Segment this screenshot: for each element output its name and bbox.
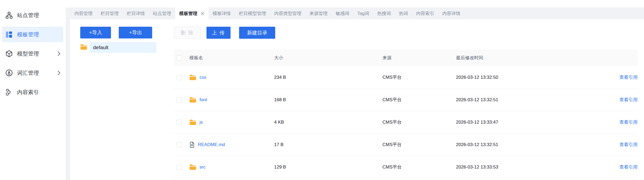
sitemap-icon xyxy=(5,12,13,19)
sidebar: 站点管理 模板管理 模型管理 xyxy=(0,0,66,180)
row-checkbox[interactable] xyxy=(177,142,182,147)
sidebar-item-site-management[interactable]: 站点管理 xyxy=(2,7,63,23)
tab-label: 内容详情 xyxy=(442,10,460,17)
table-header-row: 模板名 大小 来源 最后修改时间 xyxy=(174,49,638,66)
file-name-link[interactable]: README.md xyxy=(198,142,225,147)
template-file-panel: 删 除 上 传 新建目录 模板名 大小 来源 最后修改时间 xyxy=(174,19,644,180)
tree-item-default[interactable]: default xyxy=(80,42,174,53)
folder-icon xyxy=(189,75,196,80)
content-index-icon xyxy=(5,89,13,96)
tab[interactable]: 内容索引 xyxy=(412,7,438,19)
tab-label: 内容索引 xyxy=(416,10,434,17)
table-row: js 4 KB CMS平台 2026-03-12 13:33:47 查看引用 xyxy=(174,111,638,134)
file-modified: 2026-03-12 13:32:50 xyxy=(456,75,584,80)
new-directory-button[interactable]: 新建目录 xyxy=(239,27,275,39)
column-header-name: 模板名 xyxy=(189,55,274,61)
folder-icon xyxy=(189,119,196,125)
cms-admin-window: 站点管理 模板管理 模型管理 xyxy=(0,0,644,180)
sidebar-item-label: 站点管理 xyxy=(17,12,60,19)
tab[interactable]: 栏目模型管理 xyxy=(235,7,270,19)
select-all-checkbox[interactable] xyxy=(177,55,182,61)
chevron-right-icon xyxy=(57,51,60,56)
file-toolbar: 删 除 上 传 新建目录 xyxy=(174,27,638,39)
folder-icon xyxy=(189,164,196,170)
tab[interactable]: 内容管理 xyxy=(70,7,97,19)
view-references-link[interactable]: 查看引用 xyxy=(619,97,638,102)
tab[interactable]: 热词 xyxy=(395,7,412,19)
tab-label: 模板管理 xyxy=(179,10,197,17)
tab[interactable]: 站点管理 xyxy=(149,7,175,19)
row-checkbox[interactable] xyxy=(177,97,182,103)
column-header-size: 大小 xyxy=(274,55,382,61)
sidebar-item-vocabulary-management[interactable]: 词汇管理 xyxy=(2,65,63,81)
column-header-modified: 最后修改时间 xyxy=(456,55,584,61)
tab[interactable]: 内容类型管理 xyxy=(270,7,305,19)
row-checkbox[interactable] xyxy=(177,165,182,170)
tab[interactable]: 栏目管理 xyxy=(97,7,123,19)
tab[interactable]: 内容详情 xyxy=(438,7,464,19)
tab-label: Tag词 xyxy=(357,10,369,17)
table-row: README.md 17 B CMS平台 2026-03-12 13:32:51… xyxy=(174,134,638,156)
view-references-link[interactable]: 查看引用 xyxy=(619,165,638,170)
tab[interactable]: 来源管理 xyxy=(305,7,332,19)
upload-button[interactable]: 上 传 xyxy=(206,27,231,39)
sidebar-item-model-management[interactable]: 模型管理 xyxy=(2,46,63,61)
sidebar-item-label: 模板管理 xyxy=(17,31,60,38)
file-modified: 2026-03-12 13:32:51 xyxy=(456,142,584,147)
view-references-link[interactable]: 查看引用 xyxy=(619,75,638,80)
import-button[interactable]: +导入 xyxy=(80,27,111,38)
tab[interactable]: 敏感词 xyxy=(332,7,353,19)
template-file-table: 模板名 大小 来源 最后修改时间 css 234 B CMS平台 2026-03… xyxy=(174,49,638,178)
table-row: src 129 B CMS平台 2026-03-12 13:33:53 查看引用 xyxy=(174,156,638,178)
tab-label: 模板详情 xyxy=(213,10,231,17)
export-button[interactable]: +导出 xyxy=(119,27,152,38)
row-checkbox[interactable] xyxy=(177,120,182,125)
tab-label: 敏感词 xyxy=(336,10,349,17)
sidebar-item-content-index[interactable]: 内容索引 xyxy=(2,84,63,100)
tab-label: 来源管理 xyxy=(309,10,328,17)
file-size: 4 KB xyxy=(274,120,382,125)
tab-bar: 内容管理 栏目管理 栏目详情 站点管理 模板管理 模板详情 栏目模型管理 内 xyxy=(66,7,644,19)
view-references-link[interactable]: 查看引用 xyxy=(619,142,638,147)
tree-item-label: default xyxy=(90,42,156,53)
file-modified: 2026-03-12 13:33:53 xyxy=(456,165,584,170)
tab-label: 栏目管理 xyxy=(101,10,119,17)
tab[interactable]: Tag词 xyxy=(353,7,373,19)
delete-button[interactable]: 删 除 xyxy=(174,27,201,39)
tab-label: 栏目模型管理 xyxy=(239,10,266,17)
template-tree-panel: +导入 +导出 default xyxy=(70,19,174,180)
file-source: CMS平台 xyxy=(382,74,456,80)
tab-label: 内容管理 xyxy=(74,10,93,17)
tab[interactable]: 模板管理 xyxy=(175,7,209,19)
table-row: font 168 B CMS平台 2026-03-12 13:32:51 查看引… xyxy=(174,89,638,111)
file-name-link[interactable]: src xyxy=(200,165,206,170)
template-icon xyxy=(5,31,13,38)
sidebar-item-label: 内容索引 xyxy=(17,89,60,96)
tab-label: 栏目详情 xyxy=(127,10,145,17)
file-name-link[interactable]: font xyxy=(200,97,207,103)
tab[interactable]: 模板详情 xyxy=(209,7,235,19)
column-header-source: 来源 xyxy=(382,55,456,61)
row-checkbox[interactable] xyxy=(177,75,182,80)
tab-label: 热词 xyxy=(399,10,408,17)
folder-icon xyxy=(80,44,87,51)
table-row: css 234 B CMS平台 2026-03-12 13:32:50 查看引用 xyxy=(174,66,638,89)
file-source: CMS平台 xyxy=(382,142,456,148)
template-management-page: +导入 +导出 default 删 除 上 传 新建目录 xyxy=(70,19,644,180)
file-source: CMS平台 xyxy=(382,119,456,125)
tab[interactable]: 栏目详情 xyxy=(123,7,149,19)
sidebar-item-template-management[interactable]: 模板管理 xyxy=(2,27,63,42)
panel-gutter xyxy=(66,19,70,180)
model-cube-icon xyxy=(5,50,13,57)
file-size: 168 B xyxy=(274,97,382,103)
view-references-link[interactable]: 查看引用 xyxy=(619,120,638,125)
file-name-link[interactable]: js xyxy=(200,120,203,125)
file-source: CMS平台 xyxy=(382,97,456,103)
tab[interactable]: 热搜词 xyxy=(373,7,395,19)
tab-label: 热搜词 xyxy=(377,10,391,17)
file-name-link[interactable]: css xyxy=(200,75,206,80)
tree-toolbar: +导入 +导出 xyxy=(80,27,174,38)
file-size: 129 B xyxy=(274,165,382,170)
sidebar-item-label: 词汇管理 xyxy=(17,69,57,77)
tab-close-icon[interactable] xyxy=(201,11,205,15)
